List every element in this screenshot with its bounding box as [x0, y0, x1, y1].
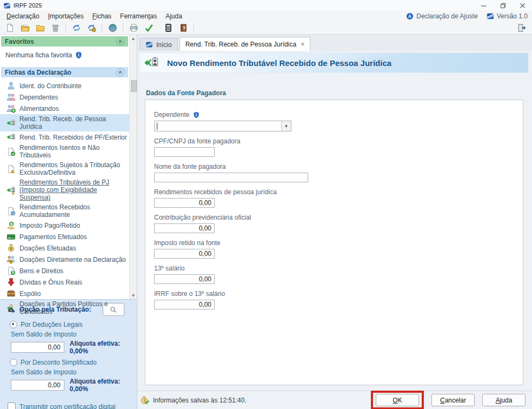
radio-deducoes-legais[interactable]: Por Deduções Legais — [10, 321, 131, 328]
exit-button[interactable] — [515, 22, 528, 33]
radio-button-off[interactable] — [10, 359, 17, 366]
arrow-person-icon — [143, 55, 159, 70]
sync-button[interactable] — [70, 22, 83, 33]
tab-inicio[interactable]: Início — [139, 38, 178, 51]
open-declaration-button[interactable] — [18, 22, 31, 33]
field-label: IRRF sobre o 13º salário — [154, 290, 514, 298]
chevron-down-icon[interactable]: ▼ — [281, 121, 291, 131]
doc-warning-icon — [6, 164, 16, 174]
contribuicao-previdenciaria-field[interactable]: 0,00 — [154, 223, 215, 233]
sidebar-item-pagamentos[interactable]: Pagamentos Efetuados — [0, 231, 129, 242]
sidebar-item-doacoes-declaracao[interactable]: Doações Diretamente na Declaração — [0, 254, 129, 265]
open-folder-icon — [21, 23, 30, 32]
decimo-terceiro-field[interactable]: 0,00 — [154, 274, 215, 284]
cpf-cnpj-field[interactable] — [154, 147, 215, 157]
transmit-certificate-checkbox-row[interactable]: Transmitir com certificação digital — [8, 403, 131, 409]
close-button[interactable] — [513, 0, 532, 11]
favorites-collapse-button[interactable] — [116, 37, 124, 45]
sidebar-item-rend-isentos[interactable]: Rendimentos Isentos e Não Tributáveis — [0, 143, 129, 160]
sidebar-item-rend-trib-pj[interactable]: Rend. Trib. Receb. de Pessoa Jurídica — [0, 114, 129, 131]
radio-button-on[interactable] — [10, 321, 17, 328]
fichas-title: Fichas da Declaração — [5, 69, 71, 76]
sync-lock-icon — [87, 23, 96, 32]
tab-close-icon[interactable]: × — [301, 42, 304, 47]
sidebar-item-doacoes-efetuadas[interactable]: Doações Efetuadas — [0, 242, 129, 254]
sync-secure-button[interactable] — [85, 22, 98, 33]
irrf-decimo-terceiro-field[interactable]: 0,00 — [154, 300, 215, 309]
clock-check-icon — [141, 396, 149, 405]
help-book-button[interactable] — [177, 22, 190, 33]
sidebar-item-rend-exigibilidade-suspensa[interactable]: Rendimentos Tributáveis de PJ (Imposto c… — [0, 177, 129, 202]
simplificado-value-field[interactable]: 0,00 — [11, 380, 64, 391]
people-icon — [6, 93, 16, 102]
folder-button[interactable] — [34, 22, 46, 33]
sidebar-item-ident-contribuinte[interactable]: Ident. do Contribuinte — [0, 80, 129, 91]
sidebar-item-dependentes[interactable]: Dependentes — [0, 91, 129, 103]
window-title: IRPF 2025 — [14, 2, 42, 9]
sidebar-item-espolio[interactable]: Espólio — [0, 288, 129, 299]
radio-desconto-simplificado[interactable]: Por Desconto Simplificado — [10, 359, 131, 366]
menu-fichas[interactable]: Fichas — [88, 12, 116, 21]
delete-button[interactable] — [49, 22, 62, 33]
favorites-empty-row: Nenhuma ficha favorita — [0, 47, 129, 65]
imposto-retido-field[interactable]: 0,00 — [154, 249, 215, 259]
sidebar-item-doacoes-partidos[interactable]: Doações a Partidos Políticos e Candidato… — [0, 299, 129, 316]
new-declaration-button[interactable] — [3, 22, 16, 33]
restore-button[interactable] — [493, 0, 513, 11]
cancel-button[interactable]: Cancelar — [431, 394, 475, 406]
fichas-list: Ident. do Contribuinte Dependentes Alime… — [0, 77, 129, 316]
form-area: Dados da Fonte Pagadora Dependente ▼ CPF… — [137, 73, 532, 391]
group-title: Dados da Fonte Pagadora — [146, 89, 523, 97]
printer-icon — [129, 23, 138, 32]
nome-fonte-field[interactable] — [154, 173, 308, 182]
scrollbar-thumb[interactable] — [131, 80, 137, 92]
irpf-app-window: IRPF 2025 Declaração Importações Fichas … — [0, 0, 532, 409]
tab-strip: Início Rend. Trib. Receb. de Pessoa Jurí… — [137, 35, 532, 51]
print-button[interactable] — [127, 22, 140, 33]
globe-icon — [108, 23, 117, 32]
scroll-down-arrow[interactable]: ▼ — [130, 292, 137, 299]
person-icon — [6, 81, 16, 90]
deducoes-value-field[interactable]: 0,00 — [11, 342, 64, 353]
scroll-up-arrow[interactable]: ▲ — [130, 35, 137, 42]
red-highlight-box: OK — [371, 391, 424, 409]
help-button[interactable]: Ajuda — [482, 394, 526, 406]
check-icon — [144, 23, 154, 32]
sidebar-scrollbar[interactable]: ▲ ▼ — [129, 35, 137, 299]
menu-declaracao[interactable]: Declaração — [2, 12, 44, 21]
fichas-collapse-button[interactable] — [116, 68, 124, 76]
info-icon[interactable] — [75, 51, 82, 59]
field-label: Rendimentos recebidos de pessoa jurídica — [154, 188, 514, 196]
sidebar-item-bens-direitos[interactable]: Bens e Direitos — [0, 265, 129, 276]
menu-ajuda[interactable]: Ajuda — [161, 12, 187, 21]
transmit-button[interactable] — [106, 22, 119, 33]
page-title: Novo Rendimento Tributável Recebido de P… — [167, 58, 391, 68]
ok-button[interactable]: OK — [376, 394, 419, 406]
verify-button[interactable] — [142, 22, 155, 33]
sidebar-item-rend-acumuladamente[interactable]: Rendimentos Recebidos Acumuladamente — [0, 202, 129, 220]
sidebar-item-rend-trib-pf-exterior[interactable]: Rend. Trib. Recebidos de PF/Exterior — [0, 131, 129, 143]
sidebar: Favoritos Nenhuma ficha favorita Fichas … — [0, 35, 137, 409]
sync-icon — [72, 23, 81, 32]
dependente-combobox[interactable]: ▼ — [154, 121, 291, 131]
dados-fonte-pagadora-group: Dependente ▼ CPF/CNPJ da fonte pagadora … — [145, 100, 523, 385]
sidebar-item-rend-exclusiva[interactable]: Rendimentos Sujeitos à Tributação Exclus… — [0, 160, 129, 177]
sidebar-item-alimentandos[interactable]: Alimentandos — [0, 103, 129, 114]
people-money-icon — [6, 255, 16, 264]
arrow-person-icon — [6, 118, 16, 128]
money-bag-icon — [6, 243, 16, 253]
menu-ferramentas[interactable]: Ferramentas — [116, 12, 161, 21]
rendimentos-pj-field[interactable]: 0,00 — [154, 198, 215, 208]
sidebar-item-imposto-pago[interactable]: Imposto Pago/Retido — [0, 220, 129, 231]
info-icon[interactable] — [193, 111, 200, 118]
toolbar-separator — [123, 23, 123, 32]
sidebar-item-dividas-onus[interactable]: Dívidas e Ônus Reais — [0, 276, 129, 288]
chevron-up-icon — [118, 39, 123, 44]
tab-rend-trib-pj[interactable]: Rend. Trib. Receb. de Pessoa Jurídica × — [179, 37, 310, 51]
certificate-checkbox[interactable] — [8, 403, 16, 409]
folder-icon — [36, 23, 45, 32]
menu-importacoes[interactable]: Importações — [44, 12, 88, 21]
declaracao-ajuste-badge[interactable]: Declaração de Ajuste — [406, 12, 477, 20]
minimize-button[interactable] — [474, 0, 493, 11]
calculator-button[interactable] — [162, 22, 175, 33]
